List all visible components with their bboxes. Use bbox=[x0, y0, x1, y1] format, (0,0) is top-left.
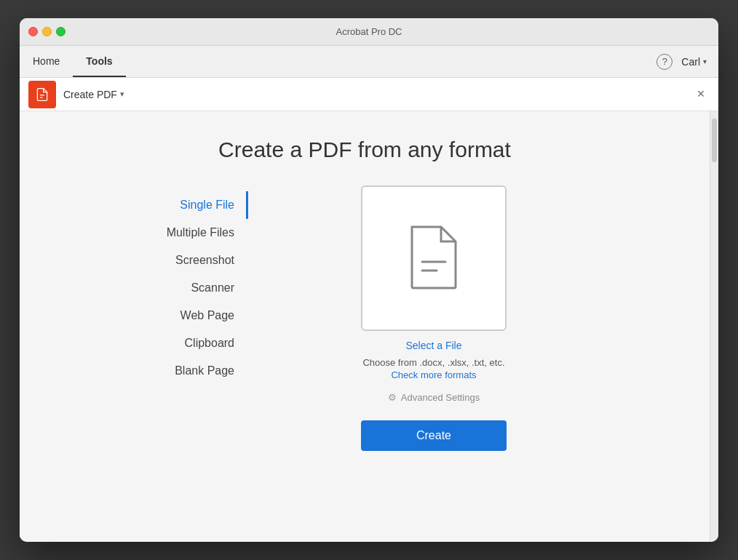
page-title: Create a PDF from any format bbox=[218, 137, 511, 162]
help-icon[interactable]: ? bbox=[656, 54, 672, 70]
create-pdf-chevron-icon: ▾ bbox=[120, 89, 124, 99]
select-file-link[interactable]: Select a File bbox=[405, 340, 461, 351]
minimize-traffic-light[interactable] bbox=[42, 27, 52, 36]
sidebar-item-scanner[interactable]: Scanner bbox=[110, 274, 248, 302]
create-pdf-icon-button[interactable] bbox=[28, 81, 56, 108]
user-chevron-down-icon: ▾ bbox=[703, 57, 707, 65]
sidebar-item-multiple-files[interactable]: Multiple Files bbox=[110, 219, 248, 247]
user-name: Carl bbox=[681, 56, 700, 68]
right-panel: Select a File Choose from .docx, .xlsx, … bbox=[248, 185, 619, 542]
scroll-area: Create a PDF from any format Single File… bbox=[20, 111, 710, 542]
main-content: Create a PDF from any format Single File… bbox=[20, 111, 710, 542]
advanced-settings-label: Advanced Settings bbox=[401, 392, 480, 403]
tab-tools[interactable]: Tools bbox=[73, 46, 125, 77]
close-button[interactable]: × bbox=[692, 86, 710, 103]
sidebar-item-blank-page[interactable]: Blank Page bbox=[110, 357, 248, 385]
maximize-traffic-light[interactable] bbox=[56, 27, 66, 36]
tab-home[interactable]: Home bbox=[20, 46, 73, 77]
window-title: Acrobat Pro DC bbox=[336, 26, 402, 37]
nav-bar: Home Tools ? Carl ▾ bbox=[20, 46, 718, 78]
sidebar-item-screenshot[interactable]: Screenshot bbox=[110, 247, 248, 274]
traffic-lights bbox=[28, 27, 66, 36]
scrollbar-thumb[interactable] bbox=[712, 119, 717, 162]
app-window: Acrobat Pro DC Home Tools ? Carl ▾ bbox=[20, 18, 718, 542]
nav-right: ? Carl ▾ bbox=[656, 46, 707, 77]
content-area: Create a PDF from any format Single File… bbox=[20, 111, 710, 542]
create-pdf-label[interactable]: Create PDF ▾ bbox=[63, 89, 124, 100]
close-traffic-light[interactable] bbox=[28, 27, 38, 36]
sidebar-list: Single File Multiple Files Screenshot Sc… bbox=[110, 185, 248, 542]
sidebar-item-web-page[interactable]: Web Page bbox=[110, 302, 248, 329]
gear-icon: ⚙ bbox=[388, 392, 397, 403]
advanced-settings[interactable]: ⚙ Advanced Settings bbox=[388, 392, 480, 403]
file-icon bbox=[405, 224, 463, 292]
user-menu[interactable]: Carl ▾ bbox=[681, 56, 707, 68]
panel-container: Single File Multiple Files Screenshot Sc… bbox=[110, 185, 619, 542]
tool-bar: Create PDF ▾ × bbox=[20, 78, 718, 111]
check-formats-link[interactable]: Check more formats bbox=[391, 369, 476, 380]
file-types-text: Choose from .docx, .xlsx, .txt, etc. bbox=[362, 357, 504, 368]
sidebar-item-single-file[interactable]: Single File bbox=[110, 191, 248, 219]
sidebar-item-clipboard[interactable]: Clipboard bbox=[110, 329, 248, 357]
main-wrapper: Create a PDF from any format Single File… bbox=[20, 111, 718, 542]
create-button[interactable]: Create bbox=[361, 420, 507, 451]
title-bar: Acrobat Pro DC bbox=[20, 18, 718, 46]
drop-zone[interactable] bbox=[361, 185, 507, 331]
scrollbar-track[interactable] bbox=[710, 111, 718, 542]
nav-tabs: Home Tools bbox=[20, 46, 126, 77]
